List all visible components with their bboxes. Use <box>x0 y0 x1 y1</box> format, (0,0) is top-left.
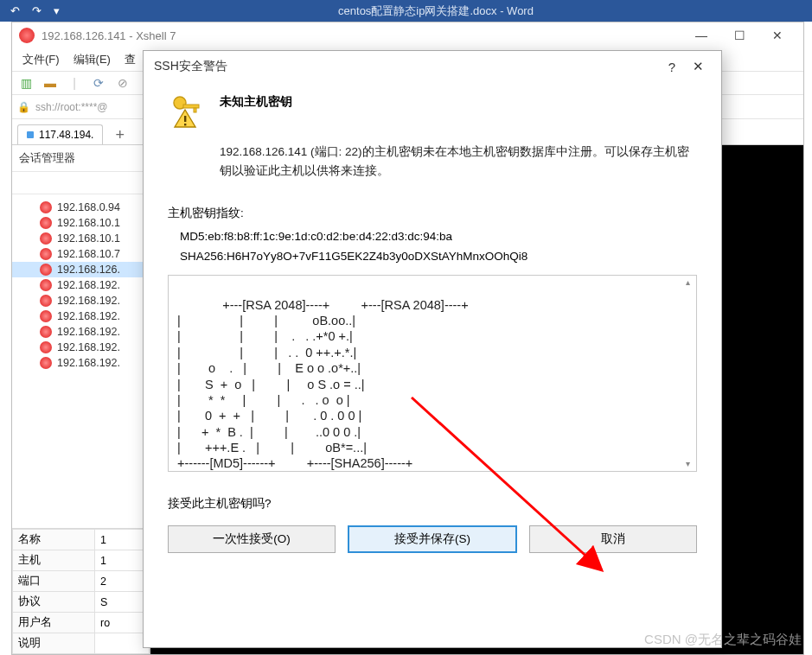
session-item[interactable]: 192.168.192. <box>12 355 150 371</box>
scrollbar[interactable]: ▴▾ <box>681 277 694 469</box>
dialog-help-button[interactable]: ? <box>659 60 685 74</box>
close-button[interactable]: ✕ <box>758 23 796 48</box>
session-icon <box>40 341 52 353</box>
session-label: 192.168.10.7 <box>57 248 120 260</box>
add-tab-button[interactable]: + <box>108 126 131 144</box>
reconnect-icon[interactable]: ⟳ <box>90 74 107 92</box>
session-label: 192.168.192. <box>57 310 120 322</box>
tab-status-icon <box>27 131 34 138</box>
prop-name-label: 名称 <box>13 530 95 550</box>
sidebar-toolbar <box>12 172 150 194</box>
watermark: CSDN @无名之辈之码谷娃 <box>644 632 802 648</box>
undo-icon[interactable]: ↶ <box>10 4 20 17</box>
session-label: 192.168.10.1 <box>57 232 120 245</box>
svg-rect-5 <box>184 124 186 125</box>
minimize-button[interactable]: — <box>682 23 720 48</box>
dropdown-icon[interactable]: ▾ <box>54 4 60 17</box>
session-item[interactable]: 192.168.0.94 <box>12 200 150 215</box>
menu-edit[interactable]: 编辑(E) <box>68 50 116 69</box>
maximize-button[interactable]: ☐ <box>720 23 758 48</box>
fingerprint-md5: MD5:eb:f8:b8:ff:1c:9e:1d:c0:d2:be:d4:22:… <box>180 230 697 243</box>
session-icon <box>40 201 52 213</box>
fingerprint-sha256: SHA256:H6H7oYy8O+7vF11G5EK2Z4b3y0oDXStAY… <box>180 250 697 263</box>
session-label: 192.168.0.94 <box>57 201 120 213</box>
session-icon <box>40 326 52 338</box>
terminal-tab[interactable]: 117.48.194. <box>17 124 103 144</box>
word-doc-title: centos配置静态ip网关搭建.docx - Word <box>60 3 812 19</box>
dialog-close-button[interactable]: ✕ <box>685 59 711 74</box>
session-icon <box>40 279 52 291</box>
session-icon <box>40 264 52 276</box>
address-text[interactable]: ssh://root:****@ <box>35 101 108 113</box>
session-label: 192.168.126. <box>57 264 120 276</box>
svg-rect-4 <box>184 116 186 122</box>
prop-user-label: 用户名 <box>13 613 95 633</box>
disconnect-icon[interactable]: ⊘ <box>114 74 131 92</box>
session-label: 192.168.10.1 <box>57 217 120 229</box>
dialog-title: SSH安全警告 <box>154 59 659 74</box>
dialog-message: 192.168.126.141 (端口: 22)的主机密钥未在本地主机密钥数据库… <box>220 143 697 180</box>
dialog-titlebar: SSH安全警告 ? ✕ <box>144 51 721 82</box>
prop-host-label: 主机 <box>13 550 95 571</box>
randomart-box[interactable]: +---[RSA 2048]----+ +---[RSA 2048]----+ … <box>168 275 697 472</box>
session-icon <box>40 310 52 322</box>
xshell-title-text: 192.168.126.141 - Xshell 7 <box>42 29 682 42</box>
accept-question: 接受此主机密钥吗? <box>168 496 697 512</box>
prop-port-label: 端口 <box>13 571 95 592</box>
prop-desc-value <box>95 633 150 654</box>
session-icon <box>40 295 52 307</box>
sidebar-title: 会话管理器 <box>12 145 150 172</box>
svg-rect-2 <box>194 108 196 112</box>
session-item[interactable]: 192.168.10.7 <box>12 246 150 262</box>
accept-once-button[interactable]: 一次性接受(O) <box>168 525 336 553</box>
word-titlebar: ↶ ↷ ▾ centos配置静态ip网关搭建.docx - Word <box>0 0 812 22</box>
session-item[interactable]: 192.168.10.1 <box>12 215 150 231</box>
fingerprint-label: 主机密钥指纹: <box>168 206 697 221</box>
svg-rect-1 <box>183 105 199 108</box>
prop-proto-label: 协议 <box>13 592 95 613</box>
new-session-icon[interactable]: ▥ <box>17 74 35 92</box>
prop-desc-label: 说明 <box>13 633 95 654</box>
session-label: 192.168.192. <box>57 341 120 353</box>
scroll-down-icon[interactable]: ▾ <box>686 459 690 469</box>
session-item[interactable]: 192.168.192. <box>12 308 150 324</box>
session-icon <box>40 248 52 260</box>
dialog-heading: 未知主机密钥 <box>220 94 292 110</box>
menu-file[interactable]: 文件(F) <box>17 50 65 69</box>
key-warning-icon <box>168 92 204 129</box>
prop-user-value: ro <box>95 613 150 633</box>
accept-save-button[interactable]: 接受并保存(S) <box>348 525 517 553</box>
session-icon <box>40 357 52 369</box>
open-folder-icon[interactable]: ▬ <box>42 74 59 92</box>
randomart-text: +---[RSA 2048]----+ +---[RSA 2048]----+ … <box>177 298 469 471</box>
session-label: 192.168.192. <box>57 326 120 338</box>
tab-label: 117.48.194. <box>39 129 93 141</box>
xshell-app-icon <box>19 28 35 43</box>
lock-icon: 🔒 <box>17 101 30 113</box>
ssh-warning-dialog: SSH安全警告 ? ✕ 未知主机密钥 192.168.126.141 (端口: … <box>143 50 722 648</box>
xshell-titlebar: 192.168.126.141 - Xshell 7 — ☐ ✕ <box>12 22 803 48</box>
session-icon <box>40 217 52 229</box>
session-icon <box>40 232 52 245</box>
session-label: 192.168.192. <box>57 279 120 291</box>
scroll-up-icon[interactable]: ▴ <box>686 277 690 288</box>
session-item[interactable]: 192.168.192. <box>12 293 150 308</box>
session-label: 192.168.192. <box>57 295 120 307</box>
session-tree[interactable]: 192.168.0.94192.168.10.1192.168.10.1192.… <box>12 194 150 528</box>
sep: | <box>66 74 83 92</box>
session-item[interactable]: 192.168.192. <box>12 277 150 293</box>
menu-more[interactable]: 查 <box>119 50 141 69</box>
prop-name-value: 1 <box>95 530 150 550</box>
session-item[interactable]: 192.168.192. <box>12 324 150 340</box>
session-properties: 名称1 主机1 端口2 协议S 用户名ro 说明 <box>12 528 150 654</box>
session-label: 192.168.192. <box>57 357 120 369</box>
cancel-button[interactable]: 取消 <box>529 525 697 553</box>
prop-port-value: 2 <box>95 571 150 592</box>
prop-proto-value: S <box>95 592 150 613</box>
session-item[interactable]: 192.168.10.1 <box>12 231 150 246</box>
session-item[interactable]: 192.168.192. <box>12 340 150 355</box>
session-item[interactable]: 192.168.126. <box>12 262 150 277</box>
prop-host-value: 1 <box>95 550 150 571</box>
session-sidebar: 会话管理器 192.168.0.94192.168.10.1192.168.10… <box>12 145 150 654</box>
redo-icon[interactable]: ↷ <box>32 4 42 17</box>
